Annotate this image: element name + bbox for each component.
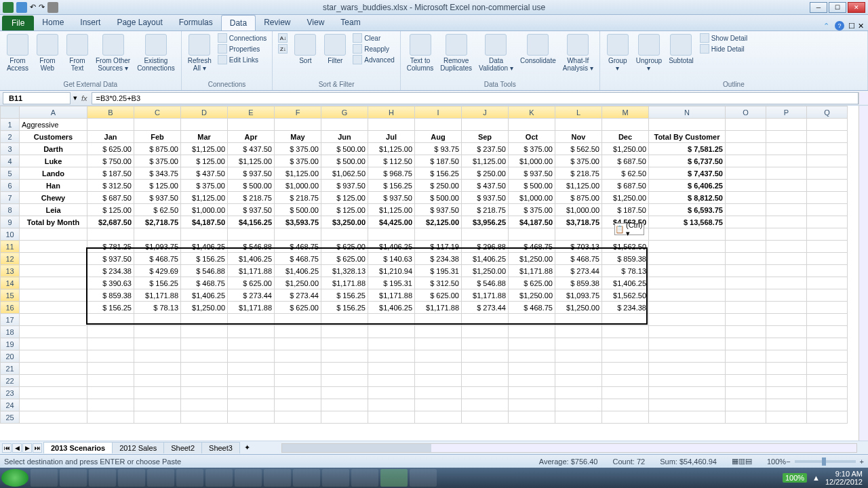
cell-P17[interactable]	[766, 314, 807, 326]
cell-H10[interactable]	[368, 228, 415, 241]
cell-M11[interactable]: $1,562.50	[602, 241, 649, 253]
reapply-button[interactable]: Reapply	[351, 43, 395, 54]
row-header-15[interactable]: 15	[1, 289, 20, 302]
connections-button[interactable]: Connections	[216, 33, 269, 43]
cell-I23[interactable]	[415, 387, 462, 399]
cell-I7[interactable]: $ 500.00	[415, 192, 462, 204]
cell-M12[interactable]: $ 859.38	[602, 253, 649, 265]
row-header-8[interactable]: 8	[1, 204, 20, 216]
cell-B12[interactable]: $ 937.50	[87, 253, 134, 265]
cell-A9[interactable]: Total by Month	[20, 216, 87, 228]
cell-B5[interactable]: $ 187.50	[87, 167, 134, 180]
cell-G21[interactable]	[321, 363, 368, 375]
cell-P8[interactable]	[766, 204, 807, 216]
cell-G3[interactable]: $ 500.00	[321, 143, 368, 155]
cell-C22[interactable]	[134, 375, 181, 387]
help-icon[interactable]: ?	[835, 21, 844, 30]
cell-P1[interactable]	[766, 119, 807, 131]
cell-L6[interactable]: $1,125.00	[555, 180, 602, 192]
row-header-6[interactable]: 6	[1, 180, 20, 192]
cell-J3[interactable]: $ 237.50	[462, 143, 509, 155]
cell-I3[interactable]: $ 93.75	[415, 143, 462, 155]
zoom-out-button[interactable]: −	[786, 458, 790, 466]
cell-Q18[interactable]	[807, 326, 848, 338]
row-header-21[interactable]: 21	[1, 363, 20, 375]
cell-I5[interactable]: $ 156.25	[415, 167, 462, 180]
cell-Q23[interactable]	[807, 387, 848, 399]
cell-I25[interactable]	[415, 411, 462, 424]
cell-E20[interactable]	[228, 350, 275, 363]
cell-A20[interactable]	[20, 350, 87, 363]
col-header-K[interactable]: K	[509, 106, 555, 119]
cell-M15[interactable]: $1,562.50	[602, 289, 649, 302]
cell-A8[interactable]: Leia	[20, 204, 87, 216]
cell-B23[interactable]	[87, 387, 134, 399]
tray-time[interactable]: 9:10 AM	[825, 470, 863, 478]
view-layout-icon[interactable]: ▥	[738, 457, 745, 466]
cell-F1[interactable]	[275, 119, 321, 131]
col-header-M[interactable]: M	[602, 106, 649, 119]
cell-G2[interactable]: Jun	[321, 131, 368, 143]
cell-D23[interactable]	[181, 387, 228, 399]
cell-Q4[interactable]	[807, 155, 848, 167]
cell-O18[interactable]	[726, 326, 766, 338]
cell-K11[interactable]: $ 468.75	[509, 241, 555, 253]
col-header-J[interactable]: J	[462, 106, 509, 119]
cell-G12[interactable]: $ 625.00	[321, 253, 368, 265]
cell-B22[interactable]	[87, 375, 134, 387]
cell-L12[interactable]: $ 468.75	[555, 253, 602, 265]
cell-E15[interactable]: $ 273.44	[228, 289, 275, 302]
cell-K21[interactable]	[509, 363, 555, 375]
row-header-14[interactable]: 14	[1, 277, 20, 289]
cell-K16[interactable]: $ 468.75	[509, 302, 555, 314]
close-workbook-icon[interactable]: ✕	[858, 22, 864, 30]
cell-H18[interactable]	[368, 326, 415, 338]
cell-B8[interactable]: $ 125.00	[87, 204, 134, 216]
cell-A1[interactable]: Aggressive	[20, 119, 87, 131]
cell-K15[interactable]: $1,250.00	[509, 289, 555, 302]
cell-C18[interactable]	[134, 326, 181, 338]
cell-M5[interactable]: $ 62.50	[602, 167, 649, 180]
paste-options-button[interactable]: 📋(Ctrl) ▾	[614, 223, 644, 235]
cell-C13[interactable]: $ 429.69	[134, 265, 181, 277]
cell-G20[interactable]	[321, 350, 368, 363]
cell-H23[interactable]	[368, 387, 415, 399]
cell-D12[interactable]: $ 156.25	[181, 253, 228, 265]
cell-J1[interactable]	[462, 119, 509, 131]
cell-J21[interactable]	[462, 363, 509, 375]
cell-Q16[interactable]	[807, 302, 848, 314]
cell-N6[interactable]: $ 6,406.25	[649, 180, 726, 192]
cell-E21[interactable]	[228, 363, 275, 375]
cell-A16[interactable]	[20, 302, 87, 314]
tab-team[interactable]: Team	[332, 15, 368, 30]
cell-N14[interactable]	[649, 277, 726, 289]
cell-E17[interactable]	[228, 314, 275, 326]
cell-B21[interactable]	[87, 363, 134, 375]
cell-I15[interactable]: $ 625.00	[415, 289, 462, 302]
cell-J2[interactable]: Sep	[462, 131, 509, 143]
cell-D8[interactable]: $1,000.00	[181, 204, 228, 216]
text-to-columns-button[interactable]: Text toColumns	[405, 33, 435, 73]
cell-O13[interactable]	[726, 265, 766, 277]
cell-O14[interactable]	[726, 277, 766, 289]
cell-E24[interactable]	[228, 399, 275, 411]
cell-D6[interactable]: $ 375.00	[181, 180, 228, 192]
cell-A22[interactable]	[20, 375, 87, 387]
cell-P20[interactable]	[766, 350, 807, 363]
cell-D24[interactable]	[181, 399, 228, 411]
cell-N24[interactable]	[649, 399, 726, 411]
cell-C7[interactable]: $ 937.50	[134, 192, 181, 204]
cell-N19[interactable]	[649, 338, 726, 350]
cell-O22[interactable]	[726, 375, 766, 387]
cell-D20[interactable]	[181, 350, 228, 363]
cell-E13[interactable]: $1,171.88	[228, 265, 275, 277]
row-header-4[interactable]: 4	[1, 155, 20, 167]
cell-C8[interactable]: $ 62.50	[134, 204, 181, 216]
cell-K25[interactable]	[509, 411, 555, 424]
cell-M1[interactable]	[602, 119, 649, 131]
cell-J6[interactable]: $ 437.50	[462, 180, 509, 192]
cell-L2[interactable]: Nov	[555, 131, 602, 143]
sort-button[interactable]: Sort	[292, 33, 319, 66]
cell-E12[interactable]: $1,406.25	[228, 253, 275, 265]
cell-M25[interactable]	[602, 411, 649, 424]
